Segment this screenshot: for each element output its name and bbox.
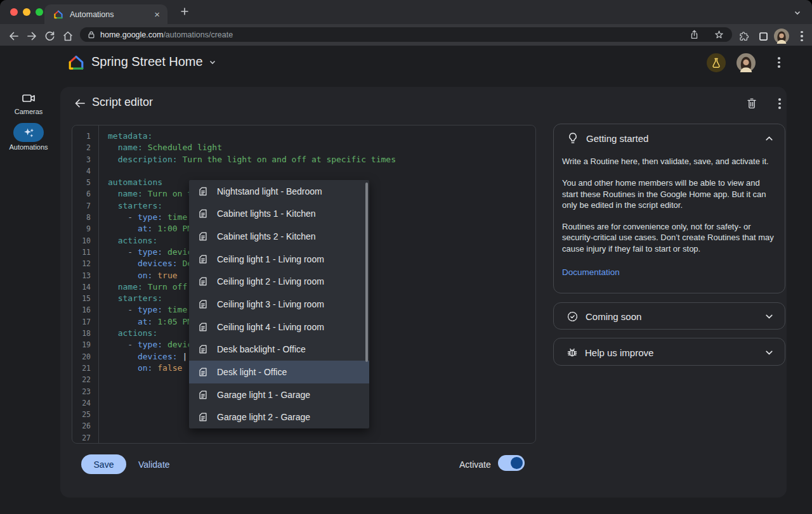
home-name: Spring Street Home (91, 55, 203, 69)
home-switcher[interactable]: Spring Street Home (91, 55, 217, 69)
code-line: metadata: (108, 131, 535, 142)
tab-title: Automations (70, 10, 153, 19)
device-label: Cabinet lights 2 - Kitchen (217, 231, 316, 241)
video-camera-icon (21, 91, 36, 106)
line-number: 22 (72, 374, 98, 385)
home-button[interactable] (60, 29, 75, 44)
autocomplete-option[interactable]: Desk light - Office (189, 361, 369, 383)
help-us-improve-header[interactable]: Help us improve (554, 338, 785, 366)
activate-toggle[interactable] (498, 455, 525, 471)
autocomplete-option[interactable]: Ceiling light 4 - Living room (189, 316, 369, 338)
lightbulb-icon (566, 131, 580, 145)
side-panel-icon[interactable] (756, 29, 771, 44)
autocomplete-option[interactable]: Cabinet lights 2 - Kitchen (189, 225, 369, 248)
line-number: 7 (72, 200, 98, 212)
traffic-light-close[interactable] (10, 8, 18, 16)
sidebar-label-cameras: Cameras (0, 108, 57, 115)
sidebar-item-cameras[interactable] (21, 91, 36, 106)
help-paragraph: Write a Routine here, then validate, sav… (562, 156, 775, 167)
delete-icon[interactable] (745, 96, 759, 110)
coming-soon-header[interactable]: Coming soon (554, 303, 785, 330)
autocomplete-option[interactable]: Garage light 2 - Garage (189, 406, 369, 428)
share-icon[interactable] (689, 29, 700, 40)
app-menu-icon[interactable] (771, 57, 787, 68)
documentation-link[interactable]: Documentation (562, 267, 620, 277)
line-number: 10 (72, 235, 98, 247)
coming-soon-card: Coming soon (553, 302, 785, 330)
line-number: 11 (72, 247, 98, 258)
bookmark-star-icon[interactable] (714, 29, 724, 40)
card-title: Coming soon (586, 311, 757, 322)
address-bar[interactable]: home.google.com/automations/create (80, 27, 732, 42)
bug-icon (566, 346, 579, 359)
line-number: 4 (72, 165, 98, 177)
code-line: name: Scheduled light (108, 142, 535, 153)
card-title: Getting started (586, 133, 757, 144)
reload-button[interactable] (42, 29, 57, 44)
autocomplete-option[interactable]: Ceiling light 2 - Living room (189, 271, 369, 293)
chevron-down-icon[interactable] (764, 347, 775, 358)
page-title: Script editor (92, 96, 153, 109)
code-editor[interactable]: 1234567891011121314151617181920212223242… (72, 125, 536, 444)
extensions-icon[interactable] (736, 29, 751, 44)
autocomplete-option[interactable]: Nightstand light - Bedroom (189, 180, 369, 203)
save-button[interactable]: Save (81, 454, 126, 474)
card-title: Help us improve (585, 347, 757, 358)
new-tab-button[interactable] (179, 6, 190, 17)
autocomplete-option[interactable]: Ceiling light 3 - Living room (189, 293, 369, 316)
device-label: Nightstand light - Bedroom (217, 186, 322, 196)
tab-close-icon[interactable]: × (153, 10, 161, 19)
autocomplete-option[interactable]: Ceiling light 1 - Living room (189, 248, 369, 271)
sidebar-item-automations[interactable] (13, 123, 44, 142)
tab-strip: Automations × (0, 0, 812, 24)
tab-search-chevron-icon[interactable] (793, 8, 802, 17)
chevron-up-icon[interactable] (764, 133, 775, 144)
autocomplete-option[interactable]: Garage light 1 - Garage (189, 383, 369, 406)
dropdown-scrollbar[interactable] (365, 183, 368, 362)
document-icon (197, 276, 209, 287)
chevron-down-icon (208, 58, 217, 67)
document-icon (197, 299, 209, 310)
browser-window: Automations × home.google.com/automation… (0, 0, 812, 514)
line-number: 19 (72, 339, 98, 350)
forward-button[interactable] (24, 29, 39, 44)
document-icon (197, 366, 209, 378)
help-paragraph: Routines are for convenience only, not f… (562, 221, 775, 254)
browser-profile-avatar[interactable] (774, 29, 789, 44)
line-number: 3 (72, 154, 98, 165)
device-label: Ceiling light 1 - Living room (217, 254, 324, 264)
code-line: description: Turn the light on and off a… (108, 154, 535, 165)
device-label: Ceiling light 2 - Living room (217, 276, 324, 286)
document-icon (197, 231, 209, 242)
getting-started-header[interactable]: Getting started (554, 124, 785, 152)
public-preview-flask-icon[interactable] (707, 53, 726, 72)
device-autocomplete-dropdown: Nightstand light - BedroomCabinet lights… (189, 180, 369, 428)
document-icon (197, 411, 209, 423)
line-number: 26 (72, 420, 98, 432)
device-label: Cabinet lights 1 - Kitchen (217, 209, 316, 219)
browser-tab[interactable]: Automations × (44, 4, 167, 24)
document-icon (197, 254, 209, 265)
account-avatar[interactable] (737, 53, 756, 72)
line-number: 21 (72, 363, 98, 374)
getting-started-card: Getting started Write a Routine here, th… (553, 124, 785, 293)
line-number: 9 (72, 223, 98, 235)
chevron-down-icon[interactable] (764, 311, 775, 322)
editor-menu-icon[interactable] (772, 98, 787, 109)
line-number: 1 (72, 131, 98, 142)
sidebar-label-automations: Automations (0, 143, 57, 151)
traffic-light-zoom[interactable] (36, 8, 43, 16)
script-editor-panel: Script editor 12345678910111213141516171… (60, 87, 787, 498)
document-icon (197, 208, 209, 219)
autocomplete-option[interactable]: Cabinet lights 1 - Kitchen (189, 203, 369, 226)
browser-menu-icon[interactable] (794, 29, 809, 44)
line-number: 23 (72, 386, 98, 397)
device-label: Ceiling light 4 - Living room (217, 322, 324, 332)
autocomplete-option[interactable]: Desk backlight - Office (189, 338, 369, 361)
line-number: 24 (72, 397, 98, 409)
device-label: Ceiling light 3 - Living room (217, 299, 324, 309)
traffic-light-minimize[interactable] (23, 8, 30, 16)
back-button[interactable] (6, 29, 22, 44)
validate-button[interactable]: Validate (138, 459, 170, 470)
back-arrow-icon[interactable] (73, 96, 87, 110)
